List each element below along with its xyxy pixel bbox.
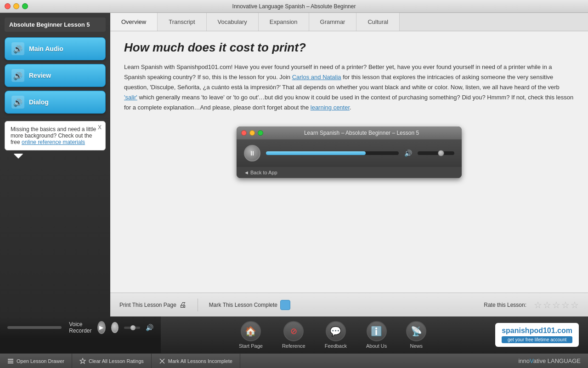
brand-sub[interactable]: get your free lifetime account — [502, 336, 572, 343]
recorder-progress — [7, 326, 62, 329]
titlebar: Innovative Language Spanish – Absolute B… — [0, 0, 588, 13]
window-title: Innovative Language Spanish – Absolute B… — [232, 3, 356, 10]
start-page-icon: 🏠 — [241, 321, 261, 341]
top-section: Absolute Beginner Lesson 5 🔊 Main Audio … — [0, 13, 588, 316]
nav-items: 🏠 Start Page ⊘ Reference 💬 Feedback ℹ️ A… — [170, 321, 495, 349]
body-text-4: . — [350, 104, 351, 111]
divider — [198, 299, 198, 311]
svg-rect-1 — [8, 361, 13, 362]
complete-label: Mark This Lesson Complete — [209, 302, 277, 308]
dialog-button[interactable]: 🔊 Dialog — [5, 91, 106, 114]
news-label: News — [410, 343, 423, 349]
speaker-icon-review: 🔊 — [11, 69, 24, 82]
print-label: Print This Lesson Page — [119, 302, 176, 308]
mark-incomplete-button[interactable]: Mark All Lessons Incomplete — [152, 354, 240, 368]
content-area: Overview Transcript Vocabulary Expansion… — [110, 13, 588, 316]
speaker-icon: 🔊 — [11, 42, 24, 55]
volume-track[interactable] — [418, 151, 454, 155]
minimize-button[interactable] — [13, 3, 19, 9]
nav-feedback[interactable]: 💬 Feedback — [317, 321, 354, 349]
review-button[interactable]: 🔊 Review — [5, 64, 106, 87]
start-page-label: Start Page — [239, 343, 263, 349]
tab-expansion[interactable]: Expansion — [259, 13, 309, 31]
play-recorder-button[interactable]: ▶ — [97, 321, 106, 334]
salir-link[interactable]: 'salir' — [124, 94, 137, 101]
star-1[interactable]: ☆ — [534, 299, 542, 310]
complete-button[interactable]: Mark This Lesson Complete — [209, 300, 290, 310]
back-to-app-link[interactable]: ◄ Back to App — [244, 170, 277, 175]
tooltip-arrow — [14, 154, 23, 158]
nav-news[interactable]: 📡 News — [399, 321, 434, 349]
star-4[interactable]: ☆ — [561, 299, 570, 310]
tab-cultural[interactable]: Cultural — [356, 13, 400, 31]
recorder-volume-track[interactable] — [124, 327, 140, 329]
volume-icon: 🔊 — [404, 150, 412, 157]
bottom-bar: Print This Lesson Page 🖨 Mark This Lesso… — [110, 293, 588, 316]
open-lesson-drawer-button[interactable]: Open Lesson Drawer — [0, 354, 72, 368]
main-content: How much does it cost to print? Learn Sp… — [110, 31, 588, 293]
speaker-icon-dialog: 🔊 — [11, 96, 24, 109]
brand-name: spanishpod101.com — [502, 327, 572, 335]
pause-button[interactable]: ⏸ — [244, 145, 260, 161]
sidebar: Absolute Beginner Lesson 5 🔊 Main Audio … — [0, 13, 110, 316]
star-2[interactable]: ☆ — [543, 299, 551, 310]
tab-vocabulary[interactable]: Vocabulary — [207, 13, 259, 31]
star-icon — [79, 358, 86, 364]
player-close-btn[interactable] — [241, 130, 247, 136]
news-icon: 📡 — [406, 321, 426, 341]
close-tooltip-button[interactable]: X — [98, 124, 102, 131]
mark-incomplete-label: Mark All Lessons Incomplete — [168, 358, 232, 364]
progress-fill — [266, 151, 366, 155]
tooltip-box: X Missing the basics and need a little m… — [5, 121, 106, 150]
complete-checkbox[interactable] — [280, 300, 290, 310]
innovative-logo: innoVative LANGUAGE — [518, 357, 588, 364]
drawer-icon — [7, 358, 14, 364]
reference-label: Reference — [282, 343, 305, 349]
record-button[interactable] — [111, 322, 119, 333]
nav-start-page[interactable]: 🏠 Start Page — [232, 321, 270, 349]
feedback-icon: 💬 — [326, 321, 346, 341]
print-icon: 🖨 — [179, 301, 187, 309]
about-us-label: About Us — [366, 343, 387, 349]
carlos-natalia-link[interactable]: Carlos and Natalia — [292, 74, 341, 80]
clear-ratings-button[interactable]: Clear All Lesson Ratings — [72, 354, 152, 368]
player-back-bar: ◄ Back to App — [237, 167, 462, 178]
star-3[interactable]: ☆ — [552, 299, 560, 310]
brand-main-2: 101.com — [543, 327, 572, 334]
media-player: Learn Spanish – Absolute Beginner – Less… — [237, 126, 462, 178]
lesson-heading: How much does it cost to print? — [124, 40, 574, 55]
bottom-section: Voice Recorder ▶ 🔊 🏠 Start Page ⊘ Refere… — [0, 316, 588, 353]
recorder-label: Voice Recorder — [69, 321, 91, 334]
window-controls — [5, 3, 28, 9]
recorder-volume-knob[interactable] — [130, 325, 136, 330]
online-reference-link[interactable]: online reference materials — [22, 139, 85, 145]
star-rating[interactable]: ☆ ☆ ☆ ☆ ☆ — [534, 299, 579, 310]
player-titlebar: Learn Spanish – Absolute Beginner – Less… — [237, 126, 462, 139]
player-max-btn[interactable] — [258, 130, 263, 136]
lesson-title: Absolute Beginner Lesson 5 — [5, 17, 106, 32]
nav-reference[interactable]: ⊘ Reference — [275, 321, 313, 349]
tab-grammar[interactable]: Grammar — [309, 13, 357, 31]
recorder-volume-icon: 🔊 — [146, 324, 153, 331]
learning-center-link[interactable]: learning center — [311, 104, 350, 111]
maximize-button[interactable] — [22, 3, 28, 9]
app-container: Absolute Beginner Lesson 5 🔊 Main Audio … — [0, 13, 588, 368]
close-button[interactable] — [5, 3, 11, 9]
svg-marker-3 — [80, 358, 85, 363]
main-audio-button[interactable]: 🔊 Main Audio — [5, 37, 106, 60]
nav-bar: 🏠 Start Page ⊘ Reference 💬 Feedback ℹ️ A… — [161, 316, 588, 353]
player-min-btn[interactable] — [249, 130, 255, 136]
lesson-body: Learn Spanish with Spanishpod101.com! Ha… — [124, 62, 574, 113]
volume-knob[interactable] — [438, 150, 444, 156]
x-icon — [159, 358, 165, 364]
rate-label: Rate this Lesson: — [484, 302, 526, 308]
reference-icon: ⊘ — [283, 321, 304, 341]
star-5[interactable]: ☆ — [571, 299, 579, 310]
brand-main-1: spanishpod — [502, 327, 543, 334]
tab-overview[interactable]: Overview — [110, 13, 158, 31]
progress-track[interactable] — [266, 151, 399, 155]
nav-about-us[interactable]: ℹ️ About Us — [359, 321, 394, 349]
print-button[interactable]: Print This Lesson Page 🖨 — [119, 301, 187, 309]
svg-rect-0 — [8, 359, 13, 360]
tab-transcript[interactable]: Transcript — [158, 13, 206, 31]
